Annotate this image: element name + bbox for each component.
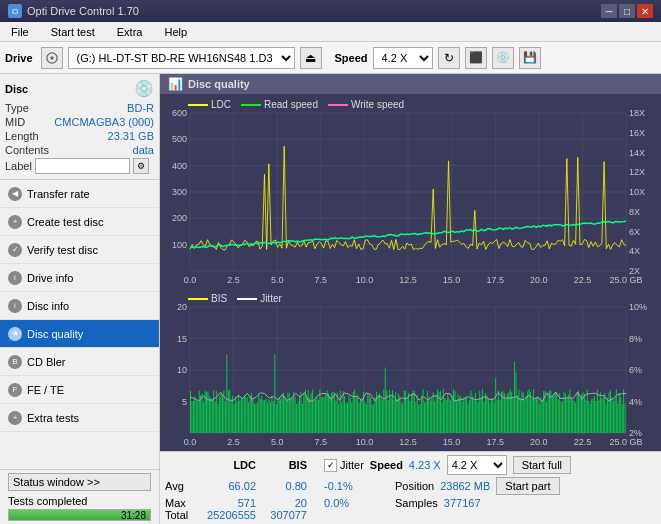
drive-info-icon: i	[8, 271, 22, 285]
jitter-color	[237, 298, 257, 300]
bottom-chart-container: BIS Jitter	[160, 289, 661, 451]
verify-test-disc-label: Verify test disc	[27, 244, 98, 256]
ldc-color	[188, 104, 208, 106]
drive-label: Drive	[5, 52, 33, 64]
legend-jitter: Jitter	[237, 293, 282, 304]
max-bis: 20	[262, 497, 307, 509]
disc-mid-value: CMCMAGBA3 (000)	[54, 116, 154, 128]
menubar: File Start test Extra Help	[0, 22, 661, 42]
disc-label-input[interactable]	[35, 158, 130, 174]
legend-bis: BIS	[188, 293, 227, 304]
legend-write-speed-label: Write speed	[351, 99, 404, 110]
sidebar-item-verify-test-disc[interactable]: ✓ Verify test disc	[0, 236, 159, 264]
disc-header: Disc 💿	[5, 79, 154, 98]
disc-label-label: Label	[5, 160, 32, 172]
max-ldc: 571	[201, 497, 256, 509]
right-panel: 📊 Disc quality LDC Read speed	[160, 74, 661, 524]
refresh-button[interactable]: ↻	[438, 47, 460, 69]
top-chart-container: LDC Read speed Write speed	[160, 95, 661, 289]
start-part-button[interactable]: Start part	[496, 477, 559, 495]
sidebar: Disc 💿 Type BD-R MID CMCMAGBA3 (000) Len…	[0, 74, 160, 524]
disc-quality-icon: ★	[8, 327, 22, 341]
jitter-header: Jitter	[340, 459, 364, 471]
extra-tests-icon: +	[8, 411, 22, 425]
sidebar-item-transfer-rate[interactable]: ◀ Transfer rate	[0, 180, 159, 208]
toolbar: Drive (G:) HL-DT-ST BD-RE WH16NS48 1.D3 …	[0, 42, 661, 74]
disc-length-row: Length 23.31 GB	[5, 130, 154, 142]
disc-title: Disc	[5, 83, 28, 95]
disc-length-label: Length	[5, 130, 39, 142]
start-full-button[interactable]: Start full	[513, 456, 571, 474]
sidebar-item-extra-tests[interactable]: + Extra tests	[0, 404, 159, 432]
disc-contents-row: Contents data	[5, 144, 154, 156]
disc-panel: Disc 💿 Type BD-R MID CMCMAGBA3 (000) Len…	[0, 74, 159, 180]
maximize-button[interactable]: □	[619, 4, 635, 18]
disc-graphic-icon: 💿	[134, 79, 154, 98]
read-speed-color	[241, 104, 261, 106]
top-chart-canvas	[160, 95, 661, 289]
fe-te-icon: F	[8, 383, 22, 397]
legend-read-speed: Read speed	[241, 99, 318, 110]
bis-header: BIS	[262, 459, 307, 471]
sidebar-item-fe-te[interactable]: F FE / TE	[0, 376, 159, 404]
jitter-checkbox[interactable]: ✓	[324, 459, 337, 472]
nav-items: ◀ Transfer rate + Create test disc ✓ Ver…	[0, 180, 159, 469]
total-ldc: 25206555	[201, 509, 256, 521]
disc-icon	[46, 51, 58, 65]
total-label: Total	[165, 509, 195, 521]
legend-ldc: LDC	[188, 99, 231, 110]
save-button[interactable]: 💾	[519, 47, 541, 69]
avg-jitter: -0.1%	[324, 480, 389, 492]
speed-header: Speed	[370, 459, 403, 471]
legend-bis-label: BIS	[211, 293, 227, 304]
avg-label: Avg	[165, 480, 195, 492]
menu-extra[interactable]: Extra	[111, 24, 149, 40]
avg-bis: 0.80	[262, 480, 307, 492]
speed-select[interactable]: 4.2 X	[373, 47, 433, 69]
stats-speed-select[interactable]: 4.2 X	[447, 455, 507, 475]
sidebar-item-cd-bler[interactable]: B CD Bler	[0, 348, 159, 376]
menu-start-test[interactable]: Start test	[45, 24, 101, 40]
disc-type-value: BD-R	[127, 102, 154, 114]
disc-contents-value: data	[133, 144, 154, 156]
bottom-legend: BIS Jitter	[188, 293, 282, 304]
sidebar-item-disc-quality[interactable]: ★ Disc quality	[0, 320, 159, 348]
minimize-button[interactable]: ─	[601, 4, 617, 18]
legend-ldc-label: LDC	[211, 99, 231, 110]
transfer-rate-label: Transfer rate	[27, 188, 90, 200]
disc-mid-label: MID	[5, 116, 25, 128]
status-bar: Status window >> Tests completed 31:28	[0, 469, 159, 524]
max-label: Max	[165, 497, 195, 509]
ldc-header: LDC	[201, 459, 256, 471]
window-controls: ─ □ ✕	[601, 4, 653, 18]
bis-color	[188, 298, 208, 300]
disc-type-row: Type BD-R	[5, 102, 154, 114]
eject-button[interactable]: ⏏	[300, 47, 322, 69]
disc-label-button[interactable]: ⚙	[133, 158, 149, 174]
sidebar-item-disc-info[interactable]: i Disc info	[0, 292, 159, 320]
drive-icon-button[interactable]	[41, 47, 63, 69]
progress-time: 31:28	[121, 510, 146, 522]
erase-button[interactable]: ⬛	[465, 47, 487, 69]
disc-info-icon: i	[8, 299, 22, 313]
position-label: Position	[395, 480, 434, 492]
burn-button[interactable]: 💿	[492, 47, 514, 69]
disc-mid-row: MID CMCMAGBA3 (000)	[5, 116, 154, 128]
chart-icon: 📊	[168, 77, 183, 91]
bottom-chart-canvas	[160, 289, 661, 451]
charts-area: LDC Read speed Write speed	[160, 95, 661, 451]
menu-help[interactable]: Help	[158, 24, 193, 40]
extra-tests-label: Extra tests	[27, 412, 79, 424]
sidebar-item-drive-info[interactable]: i Drive info	[0, 264, 159, 292]
app-title: Opti Drive Control 1.70	[27, 5, 139, 17]
titlebar-left: O Opti Drive Control 1.70	[8, 4, 139, 18]
close-button[interactable]: ✕	[637, 4, 653, 18]
max-jitter: 0.0%	[324, 497, 389, 509]
action-buttons: Start full	[513, 456, 571, 474]
drive-select[interactable]: (G:) HL-DT-ST BD-RE WH16NS48 1.D3	[68, 47, 295, 69]
status-window-button[interactable]: Status window >>	[8, 473, 151, 491]
menu-file[interactable]: File	[5, 24, 35, 40]
legend-read-speed-label: Read speed	[264, 99, 318, 110]
cd-bler-label: CD Bler	[27, 356, 66, 368]
sidebar-item-create-test-disc[interactable]: + Create test disc	[0, 208, 159, 236]
